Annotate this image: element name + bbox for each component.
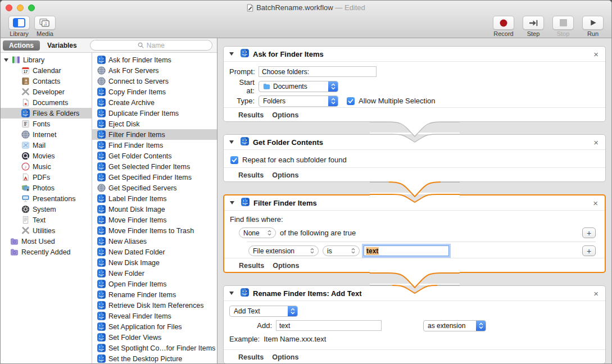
finder-icon xyxy=(97,322,106,331)
disclosure-triangle-icon[interactable] xyxy=(230,201,234,204)
repeat-subfolder-label: Repeat for each subfolder found xyxy=(242,156,347,164)
popup-stepper-icon xyxy=(288,306,297,316)
action-item-rename-finder-items[interactable]: Rename Finder Items xyxy=(92,289,217,300)
disclosure-triangle-icon[interactable] xyxy=(229,52,234,56)
action-item-find-finder-items[interactable]: Find Finder Items xyxy=(92,140,217,151)
sidebar-item-files-folders[interactable]: Files & Folders xyxy=(1,108,92,119)
action-item-get-selected-finder-items[interactable]: Get Selected Finder Items xyxy=(92,161,217,172)
sidebar-item-movies[interactable]: Movies xyxy=(1,151,92,161)
sidebar-item-developer[interactable]: Developer xyxy=(1,87,92,97)
sidebar-item-documents[interactable]: Documents xyxy=(1,97,92,108)
sidebar-item-most-used[interactable]: Most Used xyxy=(1,236,92,247)
action-item-create-archive[interactable]: Create Archive xyxy=(92,97,217,108)
action-item-ask-for-servers[interactable]: Ask For Servers xyxy=(92,65,217,76)
library-button[interactable]: Library xyxy=(6,16,32,37)
sidebar-item-music[interactable]: ♪Music xyxy=(1,161,92,172)
tab-actions[interactable]: Actions xyxy=(3,40,40,51)
sidebar-item-system[interactable]: System xyxy=(1,204,92,215)
sidebar-item-utilities[interactable]: Utilities xyxy=(1,225,92,236)
add-text-input[interactable]: text xyxy=(276,320,382,331)
close-card-icon[interactable]: × xyxy=(593,138,599,147)
disclosure-triangle-icon[interactable] xyxy=(4,58,8,62)
sidebar-item-library[interactable]: Library xyxy=(1,54,92,65)
type-popup[interactable]: Folders xyxy=(259,95,338,107)
action-item-set-spotlight-co-for-finder-items[interactable]: Set Spotlight Co…for Finder Items xyxy=(92,343,217,353)
match-condition-popup[interactable]: None xyxy=(239,228,276,238)
action-item-move-finder-items-to-trash[interactable]: Move Finder Items to Trash xyxy=(92,225,217,236)
action-item-ask-for-finder-items[interactable]: Ask for Finder Items xyxy=(92,54,217,65)
rule-value-input[interactable]: text xyxy=(364,245,449,256)
position-popup[interactable]: as extension xyxy=(423,320,486,331)
add-rule-button[interactable]: + xyxy=(582,245,596,256)
options-button[interactable]: Options xyxy=(272,353,298,361)
results-button[interactable]: Results xyxy=(238,353,264,361)
sidebar-item-fonts[interactable]: FFonts xyxy=(1,119,92,129)
action-item-set-the-desktop-picture[interactable]: Set the Desktop Picture xyxy=(92,353,217,364)
action-item-connect-to-servers[interactable]: Connect to Servers xyxy=(92,76,217,87)
options-button[interactable]: Options xyxy=(273,262,299,270)
rename-mode-popup[interactable]: Add Text xyxy=(229,306,298,317)
sidebar-item-mail[interactable]: Mail xyxy=(1,140,92,151)
action-item-retrieve-disk-item-references[interactable]: Retrieve Disk Item References xyxy=(92,300,217,311)
action-item-filter-finder-items[interactable]: Filter Finder Items xyxy=(92,129,217,140)
sidebar-item-pdfs[interactable]: PDFs xyxy=(1,172,92,183)
repeat-subfolder-checkbox[interactable] xyxy=(230,156,238,164)
close-card-icon[interactable]: × xyxy=(593,50,599,58)
sidebar-item-label: Music xyxy=(33,163,51,171)
sidebar-item-internet[interactable]: Internet xyxy=(1,129,92,140)
close-card-icon[interactable]: × xyxy=(593,199,598,207)
sidebar-item-calendar[interactable]: 17Calendar xyxy=(1,65,92,76)
sidebar-item-photos[interactable]: Photos xyxy=(1,183,92,193)
run-button[interactable]: Run xyxy=(580,16,606,37)
svg-text:♫: ♫ xyxy=(44,21,48,26)
results-button[interactable]: Results xyxy=(238,111,264,119)
tab-variables[interactable]: Variables xyxy=(41,40,83,51)
action-item-eject-disk[interactable]: Eject Disk xyxy=(92,119,217,129)
action-item-set-application-for-files[interactable]: Set Application for Files xyxy=(92,321,217,332)
action-item-reveal-finder-items[interactable]: Reveal Finder Items xyxy=(92,311,217,321)
action-item-copy-finder-items[interactable]: Copy Finder Items xyxy=(92,87,217,97)
action-item-duplicate-finder-items[interactable]: Duplicate Finder Items xyxy=(92,108,217,119)
close-card-icon[interactable]: × xyxy=(593,289,599,298)
action-item-label-finder-items[interactable]: Label Finder Items xyxy=(92,193,217,204)
finder-icon xyxy=(97,354,106,363)
action-item-move-finder-items[interactable]: Move Finder Items xyxy=(92,215,217,225)
action-item-set-folder-views[interactable]: Set Folder Views xyxy=(92,332,217,343)
step-button[interactable]: Step xyxy=(520,16,546,37)
rule-operator-popup[interactable]: is xyxy=(323,245,360,256)
workflow-card-filter-finder-items[interactable]: Filter Finder Items × Find files where: … xyxy=(223,194,606,273)
action-item-new-folder[interactable]: New Folder xyxy=(92,268,217,279)
results-button[interactable]: Results xyxy=(239,262,264,270)
rule-field-popup[interactable]: File extension xyxy=(248,245,319,256)
sidebar-item-presentations[interactable]: Presentations xyxy=(1,193,92,204)
options-button[interactable]: Options xyxy=(272,171,298,179)
sidebar-item-text[interactable]: Text xyxy=(1,215,92,225)
options-button[interactable]: Options xyxy=(272,111,298,119)
prompt-input[interactable]: Choose folders: xyxy=(259,66,377,77)
action-item-new-disk-image[interactable]: New Disk Image xyxy=(92,257,217,268)
add-rule-button[interactable]: + xyxy=(582,228,596,238)
workflow-card-rename-finder-items[interactable]: Rename Finder Items: Add Text × Add Text… xyxy=(223,285,606,364)
action-item-get-specified-servers[interactable]: Get Specified Servers xyxy=(92,183,217,193)
card-title: Rename Finder Items: Add Text xyxy=(253,289,362,298)
disclosure-triangle-icon[interactable] xyxy=(229,140,234,144)
action-item-mount-disk-image[interactable]: Mount Disk Image xyxy=(92,204,217,215)
action-item-new-aliases[interactable]: New Aliases xyxy=(92,236,217,247)
action-item-new-dated-folder[interactable]: New Dated Folder xyxy=(92,247,217,257)
action-item-get-folder-contents[interactable]: Get Folder Contents xyxy=(92,151,217,161)
media-button[interactable]: ♫ Media xyxy=(32,16,58,37)
allow-multiple-selection-checkbox[interactable] xyxy=(347,97,355,105)
results-button[interactable]: Results xyxy=(238,171,264,179)
sidebar-item-recently-added[interactable]: Recently Added xyxy=(1,247,92,257)
sidebar-item-contacts[interactable]: Contacts xyxy=(1,76,92,87)
workflow-card-ask-for-finder-items[interactable]: Ask for Finder Items × Prompt: Choose fo… xyxy=(223,46,606,122)
action-item-get-specified-finder-items[interactable]: Get Specified Finder Items xyxy=(92,172,217,183)
popup-stepper-icon xyxy=(328,96,338,106)
search-input[interactable]: Name xyxy=(90,40,212,51)
start-at-popup[interactable]: Documents xyxy=(259,81,338,92)
disclosure-triangle-icon[interactable] xyxy=(229,292,234,295)
record-button[interactable]: Record xyxy=(491,16,516,37)
library-panel: Actions Variables Name Library17Calendar… xyxy=(1,38,217,364)
sidebar-item-label: Mail xyxy=(33,142,46,149)
action-item-open-finder-items[interactable]: Open Finder Items xyxy=(92,279,217,289)
